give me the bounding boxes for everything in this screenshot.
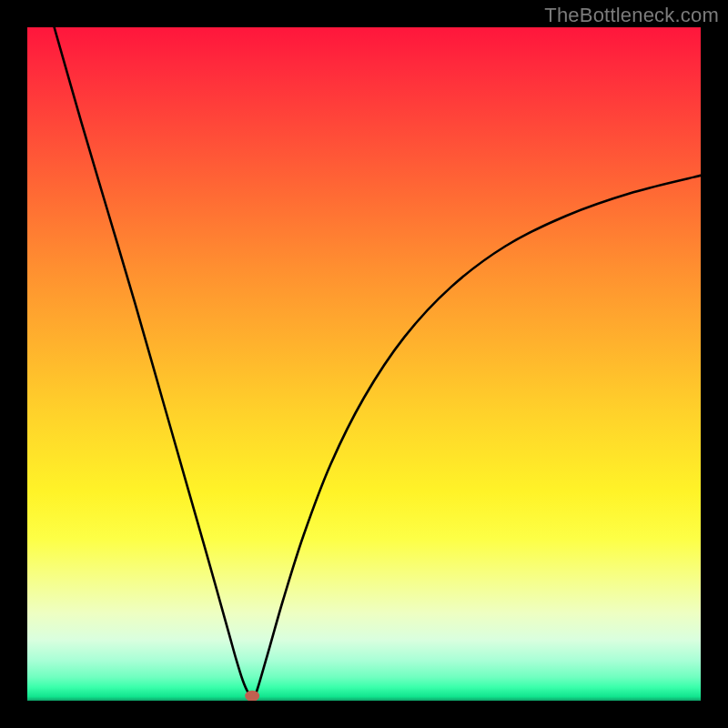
watermark-text: TheBottleneck.com (544, 4, 719, 27)
chart-svg (27, 27, 701, 701)
curve-line (55, 27, 701, 697)
plot-area (27, 27, 701, 701)
outer-frame: TheBottleneck.com (0, 0, 728, 728)
